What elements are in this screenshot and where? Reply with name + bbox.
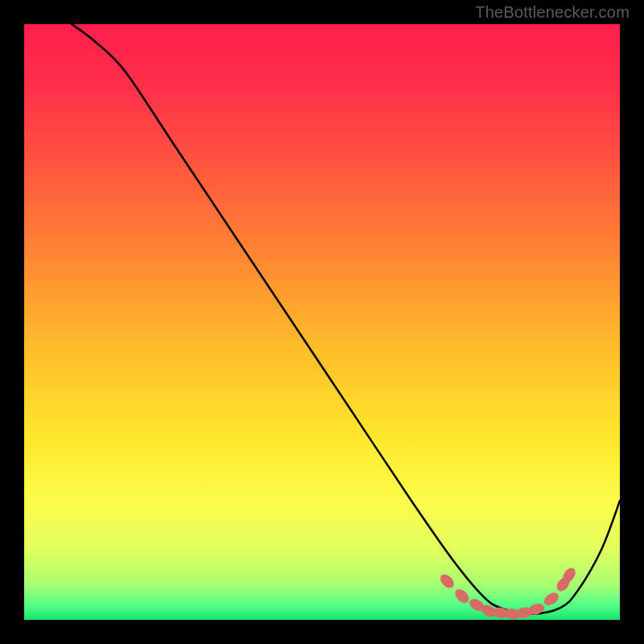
watermark-text: TheBottlenecker.com (475, 3, 630, 22)
plot-area (24, 24, 620, 620)
gradient-background (24, 24, 620, 620)
chart-container: TheBottlenecker.com (0, 0, 644, 644)
chart-svg (24, 24, 620, 620)
